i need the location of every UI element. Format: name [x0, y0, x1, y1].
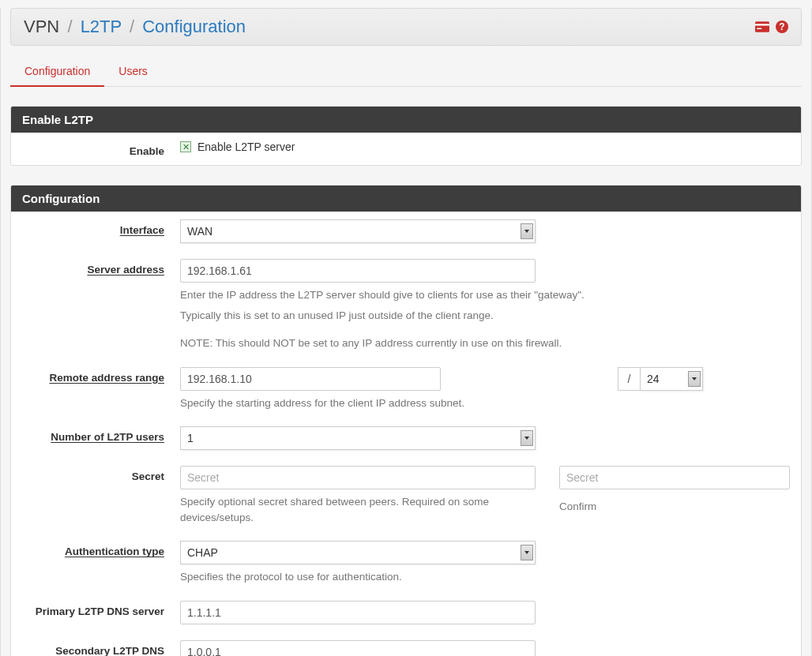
tab-users[interactable]: Users	[104, 57, 162, 87]
panel-header-config: Configuration	[11, 186, 801, 212]
panel-enable-l2tp: Enable L2TP Enable ✕ Enable L2TP server	[10, 106, 802, 166]
help-secret: Specify optional secret shared between p…	[180, 494, 543, 525]
label-dns2: Secondary L2TP DNS server	[22, 640, 164, 656]
svg-rect-1	[755, 24, 769, 25]
chevron-down-icon	[688, 371, 701, 387]
chevron-down-icon	[521, 430, 533, 446]
panel-configuration: Configuration Interface WAN Server addre…	[10, 185, 802, 656]
input-server-address[interactable]	[180, 259, 536, 283]
select-interface-value: WAN	[187, 225, 212, 238]
select-auth-type[interactable]: CHAP	[180, 541, 536, 564]
label-remote-range: Remote address range	[22, 367, 164, 384]
label-num-users: Number of L2TP users	[22, 426, 164, 443]
breadcrumb-l2tp[interactable]: L2TP	[81, 17, 122, 36]
chevron-down-icon	[521, 223, 533, 239]
card-icon[interactable]	[755, 21, 769, 32]
svg-rect-0	[755, 21, 769, 32]
breadcrumb-root[interactable]: VPN	[24, 17, 59, 36]
help-server-address-2: Typically this is set to an unused IP ju…	[180, 308, 670, 324]
label-interface: Interface	[22, 219, 164, 236]
checkbox-enable-label: Enable L2TP server	[197, 141, 295, 153]
input-remote-range[interactable]	[180, 367, 441, 391]
select-subnet-value: 24	[647, 373, 660, 385]
breadcrumb-sep: /	[67, 17, 72, 36]
breadcrumb-current: Configuration	[142, 17, 246, 36]
input-secret-confirm[interactable]	[559, 466, 790, 489]
help-server-address-3: NOTE: This should NOT be set to any IP a…	[180, 335, 670, 351]
select-interface[interactable]: WAN	[180, 219, 536, 243]
help-auth-type: Specifies the protocol to use for authen…	[180, 569, 670, 585]
breadcrumb-bar: VPN / L2TP / Configuration ?	[10, 8, 802, 46]
subnet-slash: /	[618, 367, 640, 391]
breadcrumb: VPN / L2TP / Configuration	[24, 17, 246, 37]
help-icon[interactable]: ?	[776, 21, 788, 33]
tabs: Configuration Users	[10, 57, 802, 87]
input-secret[interactable]	[180, 466, 536, 489]
tab-configuration[interactable]: Configuration	[10, 57, 104, 87]
select-subnet[interactable]: 24	[640, 367, 703, 391]
panel-header-enable: Enable L2TP	[11, 107, 801, 133]
select-num-users[interactable]: 1	[180, 426, 536, 450]
help-remote-range: Specify the starting address for the cli…	[180, 395, 464, 411]
breadcrumb-sep: /	[130, 17, 134, 36]
label-dns1: Primary L2TP DNS server	[22, 601, 164, 617]
label-secret: Secret	[22, 466, 164, 482]
select-num-users-value: 1	[187, 432, 194, 444]
select-auth-type-value: CHAP	[187, 546, 218, 559]
label-auth-type: Authentication type	[22, 541, 164, 557]
label-enable: Enable	[22, 141, 164, 157]
input-dns1[interactable]	[180, 601, 536, 624]
svg-rect-2	[757, 28, 761, 30]
help-server-address-1: Enter the IP address the L2TP server sho…	[180, 287, 670, 303]
label-secret-confirm: Confirm	[559, 499, 790, 515]
label-server-address: Server address	[22, 259, 164, 276]
chevron-down-icon	[521, 545, 533, 560]
input-dns2[interactable]	[180, 640, 536, 656]
checkbox-enable-l2tp[interactable]: ✕	[180, 141, 191, 152]
